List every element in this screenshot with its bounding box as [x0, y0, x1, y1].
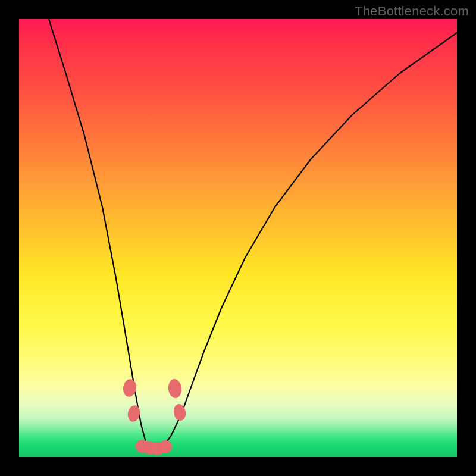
plot-area: [19, 19, 457, 457]
bottleneck-curve: [49, 19, 457, 451]
watermark-text: TheBottleneck.com: [355, 4, 469, 19]
curve-layer: [19, 19, 457, 457]
dot-left-lower: [126, 404, 141, 423]
flat-4: [159, 440, 172, 453]
dot-right-upper: [167, 378, 182, 399]
curve-markers: [122, 378, 187, 455]
chart-frame: TheBottleneck.com: [0, 0, 476, 476]
